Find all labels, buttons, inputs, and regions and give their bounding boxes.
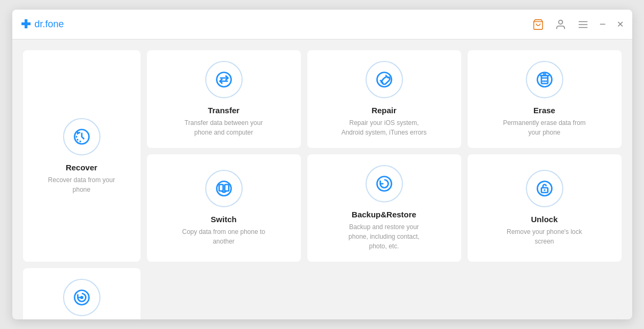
erase-title: Erase (533, 106, 555, 115)
erase-icon (526, 61, 563, 98)
backup-desc: Backup and restore your phone, including… (342, 222, 427, 251)
transfer-desc: Transfer data between your phone and com… (181, 118, 267, 137)
switch-title: Switch (211, 215, 236, 224)
recover-title: Recover (66, 163, 97, 172)
svg-rect-20 (224, 185, 229, 191)
card-social[interactable]: Restore Social App Backup&Restore your W… (23, 268, 141, 319)
unlock-desc: Remove your phone's lock screen (502, 227, 587, 246)
user-icon[interactable] (555, 19, 567, 30)
erase-desc: Permanently erase data from your phone (502, 118, 587, 137)
card-recover[interactable]: Recover Recover data from your phone (23, 50, 141, 262)
svg-point-26 (80, 296, 83, 299)
recover-icon (63, 118, 100, 155)
transfer-icon (205, 61, 243, 98)
recover-desc: Recover data from your phone (39, 175, 125, 194)
transfer-title: Transfer (208, 106, 239, 115)
svg-point-1 (558, 20, 562, 24)
logo-cross-icon: ✚ (21, 18, 30, 32)
card-erase[interactable]: Erase Permanently erase data from your p… (468, 50, 622, 148)
svg-point-22 (537, 182, 552, 196)
card-switch[interactable]: Switch Copy data from one phone to anoth… (147, 154, 301, 262)
card-transfer[interactable]: Transfer Transfer data between your phon… (147, 50, 301, 148)
logo: ✚ dr.fone (21, 18, 64, 32)
titlebar-actions: − ✕ (532, 18, 624, 30)
switch-desc: Copy data from one phone to another (181, 227, 267, 246)
app-name: dr.fone (35, 19, 64, 30)
backup-title: Backup&Restore (352, 210, 416, 219)
main-content: Recover Recover data from your phone Tra… (12, 40, 632, 319)
svg-point-21 (377, 177, 391, 191)
social-icon (63, 279, 100, 316)
repair-title: Repair (371, 106, 397, 115)
svg-point-6 (216, 73, 231, 87)
backup-icon (366, 165, 403, 202)
unlock-icon (526, 170, 563, 207)
unlock-title: Unlock (531, 215, 557, 224)
svg-rect-11 (541, 76, 548, 84)
card-backup[interactable]: Backup&Restore Backup and restore your p… (307, 154, 461, 262)
card-unlock[interactable]: Unlock Remove your phone's lock screen (468, 154, 622, 262)
repair-icon (366, 61, 403, 98)
close-button[interactable]: ✕ (617, 19, 624, 29)
app-window: ✚ dr.fone (12, 10, 632, 319)
titlebar: ✚ dr.fone (12, 10, 632, 40)
menu-icon[interactable] (577, 19, 589, 30)
svg-rect-19 (219, 185, 223, 191)
repair-desc: Repair your iOS system, Android system, … (342, 118, 427, 137)
cart-icon[interactable] (532, 19, 544, 30)
switch-icon (205, 170, 243, 207)
minimize-button[interactable]: − (600, 18, 606, 30)
card-repair[interactable]: Repair Repair your iOS system, Android s… (307, 50, 461, 148)
